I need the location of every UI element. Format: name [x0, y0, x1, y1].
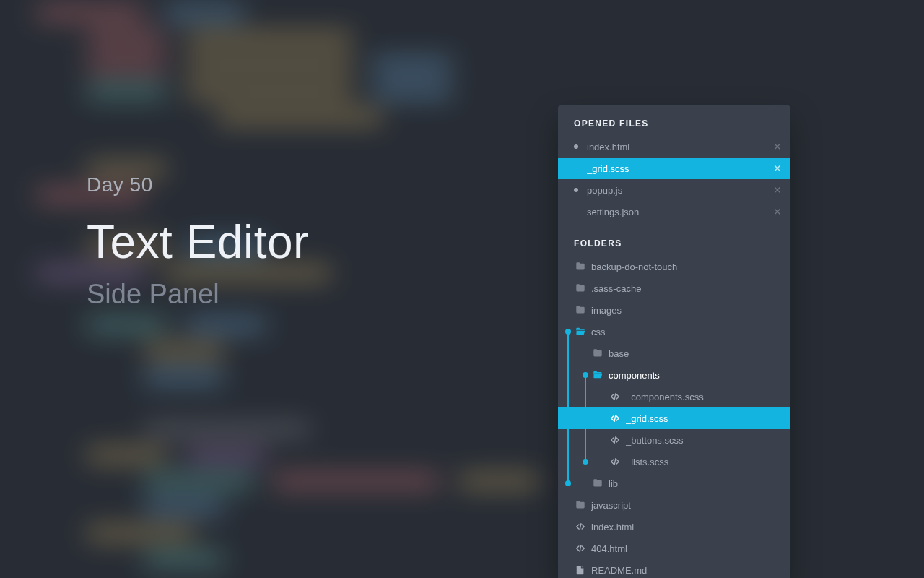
- opened-file-name: index.html: [587, 142, 773, 152]
- tree-row[interactable]: css: [558, 321, 790, 342]
- tree-connector: [585, 375, 586, 462]
- tree-row[interactable]: _lists.scss: [558, 451, 790, 473]
- folder-icon: [575, 500, 585, 510]
- tree-row-label: images: [591, 305, 790, 316]
- close-icon[interactable]: ✕: [773, 206, 790, 217]
- tree-connector: [567, 332, 569, 483]
- tree-row[interactable]: base: [558, 342, 790, 364]
- folder-icon: [575, 262, 585, 272]
- code-icon: [575, 543, 585, 553]
- opened-file-row[interactable]: index.html✕: [558, 136, 790, 158]
- file-icon: [575, 565, 585, 575]
- opened-file-name: popup.js: [587, 185, 773, 196]
- dirty-indicator-icon: [574, 144, 578, 149]
- tree-row[interactable]: images: [558, 299, 790, 321]
- opened-file-name: _grid.scss: [587, 163, 773, 174]
- tree-row-label: 404.html: [591, 543, 790, 554]
- tree-row-label: javascript: [591, 500, 790, 511]
- close-icon[interactable]: ✕: [773, 163, 790, 174]
- code-icon: [610, 413, 620, 423]
- folder-tree: backup-do-not-touch.sass-cacheimagescssb…: [558, 256, 790, 578]
- tree-row[interactable]: .sass-cache: [558, 277, 790, 299]
- opened-files-header: OPENED FILES: [558, 105, 790, 136]
- tree-row[interactable]: 404.html: [558, 538, 790, 559]
- code-icon: [575, 522, 585, 532]
- dirty-indicator-icon: [574, 188, 578, 192]
- tree-row[interactable]: README.md: [558, 559, 790, 578]
- close-icon[interactable]: ✕: [773, 184, 790, 196]
- tree-row[interactable]: javascript: [558, 494, 790, 516]
- tree-row[interactable]: _components.scss: [558, 386, 790, 407]
- code-icon: [610, 457, 620, 467]
- tree-row-label: _components.scss: [626, 392, 790, 402]
- tree-row-label: _grid.scss: [626, 413, 790, 424]
- opened-file-name: settings.json: [587, 207, 773, 217]
- opened-file-row[interactable]: _grid.scss✕: [558, 158, 790, 179]
- folder-icon: [575, 305, 585, 315]
- close-icon[interactable]: ✕: [773, 141, 790, 152]
- tree-row-label: components: [609, 370, 790, 381]
- tree-row-label: _lists.scss: [626, 457, 790, 467]
- hero-title: Text Editor: [87, 215, 309, 269]
- hero-subtitle: Side Panel: [87, 279, 309, 310]
- tree-row[interactable]: backup-do-not-touch: [558, 256, 790, 277]
- folder-icon: [593, 478, 603, 488]
- opened-file-row[interactable]: popup.js✕: [558, 179, 790, 201]
- tree-row-label: lib: [609, 478, 790, 489]
- tree-row-label: base: [609, 348, 790, 359]
- tree-row[interactable]: _buttons.scss: [558, 429, 790, 451]
- tree-row-label: README.md: [591, 565, 790, 576]
- tree-row[interactable]: lib: [558, 473, 790, 494]
- tree-row-label: index.html: [591, 522, 790, 532]
- code-icon: [610, 435, 620, 445]
- folder-icon: [575, 283, 585, 293]
- opened-file-row[interactable]: settings.json✕: [558, 201, 790, 223]
- folder-open-icon: [593, 370, 603, 380]
- folders-header: FOLDERS: [558, 223, 790, 256]
- tree-row[interactable]: _grid.scss: [558, 407, 790, 429]
- tree-row[interactable]: components: [558, 364, 790, 386]
- tree-row-label: backup-do-not-touch: [591, 262, 790, 272]
- hero: Day 50 Text Editor Side Panel: [87, 173, 309, 310]
- tree-row-label: css: [591, 327, 790, 337]
- tree-row[interactable]: index.html: [558, 516, 790, 538]
- hero-kicker: Day 50: [87, 173, 309, 197]
- opened-files-list: index.html✕_grid.scss✕popup.js✕settings.…: [558, 136, 790, 223]
- folder-open-icon: [575, 327, 585, 337]
- tree-row-label: _buttons.scss: [626, 435, 790, 446]
- folder-icon: [593, 348, 603, 358]
- tree-row-label: .sass-cache: [591, 283, 790, 294]
- code-icon: [610, 392, 620, 402]
- side-panel: OPENED FILES index.html✕_grid.scss✕popup…: [558, 105, 790, 578]
